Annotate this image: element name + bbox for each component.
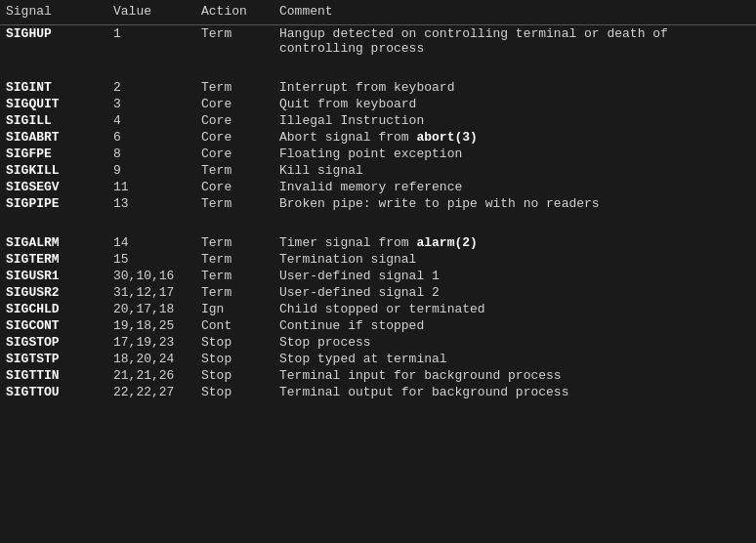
signals-table-container: Signal Value Action Comment SIGHUP1TermH… [0, 0, 756, 400]
cell-action: Term [195, 234, 273, 251]
table-row: SIGSEGV11CoreInvalid memory reference [0, 179, 756, 195]
header-signal: Signal [0, 0, 107, 25]
table-row: SIGTERM15TermTermination signal [0, 251, 756, 268]
cell-action: Term [195, 195, 273, 212]
table-row: SIGTTOU22,22,27StopTerminal output for b… [0, 384, 756, 400]
cell-comment: Quit from keyboard [273, 96, 756, 112]
cell-comment: Broken pipe: write to pipe with no reade… [273, 195, 756, 212]
cell-signal: SIGSTOP [0, 334, 107, 351]
cell-value: 22,22,27 [107, 384, 195, 400]
table-row: SIGSTOP17,19,23StopStop process [0, 334, 756, 351]
cell-comment: Terminal input for background process [273, 367, 756, 384]
cell-value: 17,19,23 [107, 334, 195, 351]
table-header-row: Signal Value Action Comment [0, 0, 756, 25]
cell-signal: SIGQUIT [0, 96, 107, 112]
cell-comment: User-defined signal 1 [273, 268, 756, 284]
table-row: SIGQUIT3CoreQuit from keyboard [0, 96, 756, 112]
cell-signal: SIGUSR1 [0, 268, 107, 284]
table-row: SIGTSTP18,20,24StopStop typed at termina… [0, 351, 756, 367]
cell-value: 20,17,18 [107, 301, 195, 317]
table-row: SIGPIPE13TermBroken pipe: write to pipe … [0, 195, 756, 212]
cell-value: 1 [107, 25, 195, 58]
cell-signal: SIGTERM [0, 251, 107, 268]
table-row: SIGKILL9TermKill signal [0, 162, 756, 179]
table-row: SIGABRT6CoreAbort signal from abort(3) [0, 129, 756, 146]
table-row: SIGTTIN21,21,26StopTerminal input for ba… [0, 367, 756, 384]
cell-value: 30,10,16 [107, 268, 195, 284]
cell-signal: SIGTTIN [0, 367, 107, 384]
cell-comment: Timer signal from alarm(2) [273, 234, 756, 251]
cell-signal: SIGCONT [0, 317, 107, 334]
cell-signal: SIGABRT [0, 129, 107, 146]
cell-action: Stop [195, 351, 273, 367]
cell-comment: Interrupt from keyboard [273, 79, 756, 96]
table-row: SIGFPE8CoreFloating point exception [0, 146, 756, 162]
spacer-row [0, 57, 756, 79]
cell-value: 2 [107, 79, 195, 96]
cell-action: Core [195, 129, 273, 146]
cell-signal: SIGALRM [0, 234, 107, 251]
header-action: Action [195, 0, 273, 25]
table-row: SIGCHLD20,17,18IgnChild stopped or termi… [0, 301, 756, 317]
header-value: Value [107, 0, 195, 25]
cell-action: Term [195, 268, 273, 284]
table-row: SIGINT2TermInterrupt from keyboard [0, 79, 756, 96]
cell-action: Core [195, 112, 273, 129]
cell-action: Core [195, 146, 273, 162]
cell-value: 11 [107, 179, 195, 195]
cell-comment: Stop typed at terminal [273, 351, 756, 367]
cell-value: 8 [107, 146, 195, 162]
table-row: SIGUSR130,10,16TermUser-defined signal 1 [0, 268, 756, 284]
cell-signal: SIGKILL [0, 162, 107, 179]
header-comment: Comment [273, 0, 756, 25]
cell-signal: SIGILL [0, 112, 107, 129]
cell-action: Term [195, 284, 273, 301]
cell-signal: SIGUSR2 [0, 284, 107, 301]
cell-action: Core [195, 96, 273, 112]
cell-action: Term [195, 251, 273, 268]
cell-comment: Child stopped or terminated [273, 301, 756, 317]
cell-action: Term [195, 25, 273, 58]
cell-signal: SIGTSTP [0, 351, 107, 367]
cell-value: 15 [107, 251, 195, 268]
cell-action: Ign [195, 301, 273, 317]
cell-action: Stop [195, 334, 273, 351]
signals-table: Signal Value Action Comment SIGHUP1TermH… [0, 0, 756, 400]
cell-action: Term [195, 79, 273, 96]
cell-action: Core [195, 179, 273, 195]
cell-value: 19,18,25 [107, 317, 195, 334]
cell-value: 31,12,17 [107, 284, 195, 301]
table-row: SIGILL4CoreIllegal Instruction [0, 112, 756, 129]
cell-value: 21,21,26 [107, 367, 195, 384]
cell-value: 14 [107, 234, 195, 251]
cell-signal: SIGFPE [0, 146, 107, 162]
cell-comment: Illegal Instruction [273, 112, 756, 129]
cell-comment: Termination signal [273, 251, 756, 268]
table-row: SIGCONT19,18,25ContContinue if stopped [0, 317, 756, 334]
cell-signal: SIGCHLD [0, 301, 107, 317]
cell-value: 4 [107, 112, 195, 129]
cell-value: 9 [107, 162, 195, 179]
cell-action: Term [195, 162, 273, 179]
cell-value: 13 [107, 195, 195, 212]
cell-comment: Continue if stopped [273, 317, 756, 334]
cell-comment: Terminal output for background process [273, 384, 756, 400]
spacer-row [0, 212, 756, 234]
cell-comment: Kill signal [273, 162, 756, 179]
cell-comment: Invalid memory reference [273, 179, 756, 195]
cell-comment: Stop process [273, 334, 756, 351]
cell-signal: SIGSEGV [0, 179, 107, 195]
cell-comment: Hangup detected on controlling terminal … [273, 25, 756, 58]
cell-comment: Floating point exception [273, 146, 756, 162]
cell-signal: SIGHUP [0, 25, 107, 58]
cell-comment: User-defined signal 2 [273, 284, 756, 301]
cell-signal: SIGPIPE [0, 195, 107, 212]
table-row: SIGHUP1TermHangup detected on controllin… [0, 25, 756, 58]
cell-action: Cont [195, 317, 273, 334]
cell-signal: SIGTTOU [0, 384, 107, 400]
cell-action: Stop [195, 367, 273, 384]
table-row: SIGALRM14TermTimer signal from alarm(2) [0, 234, 756, 251]
cell-signal: SIGINT [0, 79, 107, 96]
table-row: SIGUSR231,12,17TermUser-defined signal 2 [0, 284, 756, 301]
cell-value: 6 [107, 129, 195, 146]
